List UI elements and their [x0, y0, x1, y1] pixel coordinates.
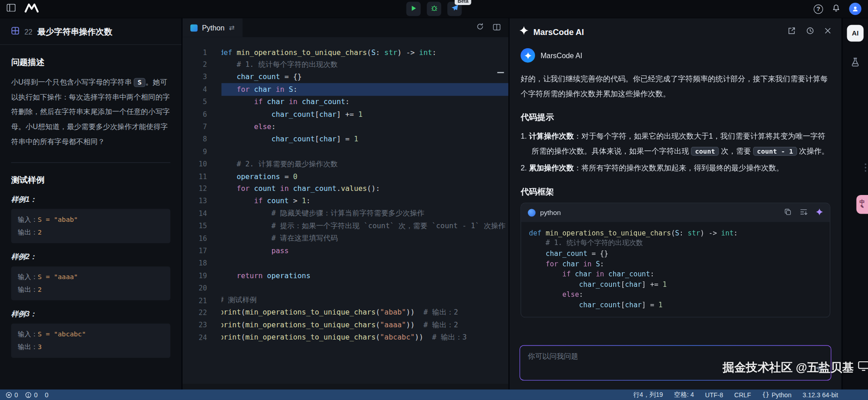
translate-widget[interactable]: 中 ✎: [856, 195, 868, 214]
code-line[interactable]: for char in S:: [529, 259, 829, 269]
copy-code-icon[interactable]: [784, 208, 792, 218]
line-number[interactable]: 10: [183, 160, 222, 168]
problem-panel: 22 最少字符串操作次数 问题描述 小U得到一个只包含小写字母的字符串 S。她可…: [0, 18, 182, 390]
lab-flask-icon[interactable]: [850, 57, 860, 70]
code-line[interactable]: 15 # 提示：如果一个字符出现 `count` 次，需要 `count - 1…: [183, 220, 508, 232]
insert-code-icon[interactable]: [800, 208, 808, 218]
code-line[interactable]: 7 else:: [183, 120, 508, 133]
horizontal-scrollbar[interactable]: [183, 384, 508, 390]
line-number[interactable]: 13: [183, 197, 222, 205]
help-icon[interactable]: ?: [813, 4, 823, 14]
line-number[interactable]: 21: [183, 296, 222, 304]
split-editor-icon[interactable]: [493, 23, 501, 33]
problem-list-icon[interactable]: [11, 27, 19, 37]
line-number[interactable]: 24: [183, 333, 222, 341]
code-line[interactable]: 21# 测试样例: [183, 294, 508, 306]
line-number[interactable]: 7: [183, 122, 222, 130]
tab-python[interactable]: Python ⇄: [183, 18, 242, 37]
code-line[interactable]: 24print(min_operations_to_unique_chars("…: [183, 331, 508, 344]
deploy-button[interactable]: Beta: [447, 2, 462, 16]
code-line[interactable]: 10 # 2. 计算需要的最少操作次数: [183, 158, 508, 170]
code-line[interactable]: else:: [529, 290, 829, 300]
line-number[interactable]: 18: [183, 259, 222, 267]
line-number[interactable]: 20: [183, 284, 222, 292]
line-number[interactable]: 17: [183, 246, 222, 255]
code-line[interactable]: 23print(min_operations_to_unique_chars("…: [183, 319, 508, 331]
line-number[interactable]: 2: [183, 60, 222, 69]
code-line[interactable]: 14 # 隐藏关键步骤：计算当前字符需要多少次操作: [183, 207, 508, 220]
debug-button[interactable]: [427, 2, 441, 16]
code-line[interactable]: 9: [183, 145, 508, 157]
line-number[interactable]: 5: [183, 98, 222, 106]
code-line[interactable]: if char in char_count:: [529, 269, 829, 280]
line-number[interactable]: 11: [183, 172, 222, 180]
ai-panel-toggle[interactable]: AI: [847, 25, 864, 42]
open-in-editor-icon[interactable]: [788, 26, 796, 37]
code-line[interactable]: 11 operations = 0: [183, 170, 508, 182]
resize-handle[interactable]: [865, 164, 867, 172]
history-icon[interactable]: [806, 26, 814, 37]
code-line[interactable]: char_count[char] += 1: [529, 279, 829, 290]
code-line[interactable]: char_count = {}: [529, 248, 829, 259]
language-mode[interactable]: {} Python: [762, 391, 792, 398]
line-number[interactable]: 23: [183, 321, 222, 329]
play-icon: [410, 4, 417, 14]
assistant-name: MarsCode AI: [541, 51, 582, 60]
eol-sequence[interactable]: CRLF: [734, 391, 751, 398]
info-indicator[interactable]: 0: [45, 391, 49, 398]
inline-code: count: [691, 147, 719, 156]
example-label: 样例2：: [11, 252, 170, 262]
editor-code[interactable]: 1def min_operations_to_unique_chars(S: s…: [183, 37, 508, 344]
code-line[interactable]: 17 pass: [183, 245, 508, 257]
errors-indicator[interactable]: 0: [5, 391, 18, 398]
cursor-position[interactable]: 行4，列19: [633, 390, 663, 399]
code-line[interactable]: 3 char_count = {}: [183, 71, 508, 83]
code-line[interactable]: # 1. 统计每个字符的出现次数: [529, 238, 829, 249]
code-line[interactable]: 6 char_count[char] += 1: [183, 108, 508, 120]
hints-list: 1. 计算操作次数：对于每个字符，如果它的出现次数大于1，我们需要计算将其变为唯…: [521, 129, 830, 176]
code-line[interactable]: char_count[char] = 1: [529, 300, 829, 310]
code-line[interactable]: 16 # 请在这里填写代码: [183, 232, 508, 245]
line-number[interactable]: 9: [183, 147, 222, 155]
code-line[interactable]: 19 return operations: [183, 269, 508, 281]
line-number[interactable]: 6: [183, 110, 222, 118]
code-line[interactable]: 4 for char in S:: [183, 83, 508, 95]
marscode-logo[interactable]: [25, 3, 39, 15]
apply-code-icon[interactable]: [816, 208, 823, 218]
code-line[interactable]: 13 if count > 1:: [183, 195, 508, 207]
code-snippet-card: python def min_operations_to_unique_ch: [521, 203, 830, 317]
line-number[interactable]: 14: [183, 209, 222, 217]
line-number[interactable]: 19: [183, 271, 222, 280]
description-heading: 问题描述: [11, 57, 170, 68]
code-line[interactable]: 18: [183, 257, 508, 269]
reset-code-icon[interactable]: [476, 23, 484, 33]
line-number[interactable]: 8: [183, 135, 222, 143]
example-code-block: 输入：S = "abcabc" 输出：3: [11, 324, 170, 358]
runtime-version[interactable]: 3.12.3 64-bit: [803, 391, 838, 398]
code-line[interactable]: 8 char_count[char] = 1: [183, 133, 508, 145]
line-number[interactable]: 4: [183, 85, 222, 94]
close-icon[interactable]: [824, 27, 832, 37]
indentation[interactable]: 空格: 4: [674, 390, 694, 399]
code-line[interactable]: def min_operations_to_unique_chars(S: st…: [529, 228, 829, 238]
line-number[interactable]: 16: [183, 234, 222, 242]
code-line[interactable]: 20: [183, 282, 508, 294]
code-line[interactable]: 1def min_operations_to_unique_chars(S: s…: [183, 46, 508, 58]
run-button[interactable]: [406, 2, 421, 16]
line-number[interactable]: 15: [183, 222, 222, 230]
line-number[interactable]: 12: [183, 185, 222, 193]
line-number[interactable]: 22: [183, 309, 222, 317]
code-line[interactable]: 5 if char in char_count:: [183, 95, 508, 108]
notifications-bell-icon[interactable]: [832, 4, 840, 14]
line-number[interactable]: 1: [183, 48, 222, 56]
code-line[interactable]: 22print(min_operations_to_unique_chars("…: [183, 306, 508, 319]
code-line[interactable]: 2 # 1. 统计每个字符的出现次数: [183, 58, 508, 70]
code-language-label: python: [540, 209, 561, 216]
swap-icon[interactable]: ⇄: [229, 24, 234, 31]
warnings-indicator[interactable]: 0: [25, 391, 37, 398]
encoding[interactable]: UTF-8: [705, 391, 723, 398]
code-line[interactable]: 12 for count in char_count.values():: [183, 182, 508, 195]
user-avatar[interactable]: [849, 3, 862, 15]
sidebar-toggle-icon[interactable]: [7, 4, 16, 14]
line-number[interactable]: 3: [183, 73, 222, 81]
